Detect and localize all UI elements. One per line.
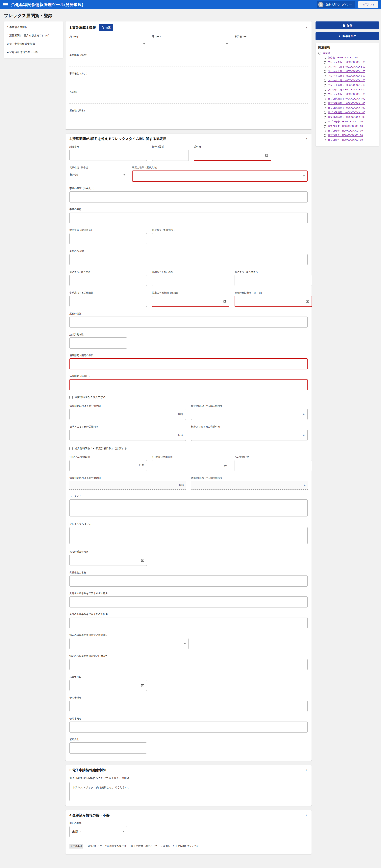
field-label: 清算期間における総労働時間: [69, 404, 186, 408]
office-code-select[interactable]: [152, 39, 230, 48]
field-label: 郵便番号（配達番号）: [69, 228, 147, 232]
avatar: 監: [318, 2, 323, 7]
tree-item-link[interactable]: フレックス届：H00XXXXXXX：00: [328, 61, 365, 64]
sidebar-item-registered-info[interactable]: 4.登録済み情報の要・不要: [4, 48, 63, 56]
save-button[interactable]: 保存: [315, 22, 379, 29]
direct-input-checkbox[interactable]: [69, 396, 73, 399]
tree-item-link[interactable]: 高プロ報告：H00XXXXXXX：00: [328, 120, 363, 123]
tree-item-link[interactable]: 高プロ決議届：H00XXXXXXX：00: [328, 111, 365, 114]
field-label: 電話番号 / 市外局番: [69, 270, 147, 274]
tree-item-link[interactable]: 高プロ決議届：H00XXXXXXX：00: [328, 102, 365, 105]
applicable-workers-input[interactable]: [72, 341, 125, 345]
selection-method-select[interactable]: [69, 638, 188, 649]
total-work-hours-input[interactable]: [72, 413, 177, 416]
agreement-date-input[interactable]: [72, 559, 141, 562]
sidebar-item-basic-info[interactable]: 1.事業場基本情報: [4, 23, 63, 31]
tree-item-link[interactable]: 高プロ決議届：H00XXXXXXX：00: [328, 106, 365, 110]
standard-day-minutes-input[interactable]: [194, 434, 301, 437]
settlement-period-unit-input[interactable]: [72, 362, 305, 366]
employer-name-input[interactable]: [72, 725, 305, 729]
flexible-time-textarea[interactable]: [69, 527, 308, 544]
tree-item-link[interactable]: 高プロ報告：H00XXXXXXX：00: [328, 138, 363, 142]
calendar-icon[interactable]: [141, 684, 144, 687]
tree-root-link[interactable]: 事業場: [323, 52, 330, 55]
business-type-select[interactable]: [132, 170, 308, 182]
standard-day-hours-input[interactable]: [72, 434, 177, 437]
arrival-number-input[interactable]: [72, 154, 144, 157]
tree-item-link[interactable]: 高プロ決議届：H00XXXXXXX：00: [328, 116, 365, 119]
save-icon: [342, 24, 345, 27]
tree-item-link[interactable]: フレックス届：H00XXXXXXX：00: [328, 65, 365, 68]
notification-date-input[interactable]: [72, 684, 141, 687]
menu-icon[interactable]: [3, 3, 8, 6]
field-label: 清算期間における総労働時間: [191, 476, 308, 480]
work-type-input[interactable]: [72, 320, 305, 324]
selection-method-free-input[interactable]: [72, 663, 305, 666]
prescribed-days-input[interactable]: [237, 464, 309, 467]
chevron-down-icon: [143, 43, 145, 44]
collapse-minus-icon[interactable]: [318, 52, 321, 55]
tree-item-link[interactable]: 高プロ報告：H00XXXXXXX：00: [328, 129, 363, 132]
union-name-input[interactable]: [72, 580, 305, 583]
collapse-icon[interactable]: ∧: [306, 814, 308, 816]
valid-end-date-input[interactable]: [237, 300, 306, 303]
calc-formula-checkbox[interactable]: [69, 447, 73, 450]
circle-icon: [323, 75, 326, 78]
tree-item-link[interactable]: フレックス届：H00XXXXXXX：00: [328, 84, 365, 87]
collapse-icon[interactable]: ∧: [306, 769, 308, 771]
bureau-code-select[interactable]: [69, 39, 147, 48]
prescribed-day-minutes-input[interactable]: [154, 464, 223, 467]
business-name-input[interactable]: [72, 216, 305, 219]
tree-item-link[interactable]: フレックス届：H00XXXXXXX：00: [328, 74, 365, 78]
search-button[interactable]: 検索: [99, 24, 113, 31]
phone-area-input[interactable]: [72, 279, 144, 282]
phone-local-input[interactable]: [154, 279, 227, 282]
settlement-period-start-input[interactable]: [72, 383, 305, 386]
valid-start-date-input[interactable]: [155, 300, 223, 303]
representative-name-input[interactable]: [72, 621, 305, 624]
calendar-icon[interactable]: [223, 300, 227, 303]
business-type-free-input[interactable]: [72, 195, 305, 198]
tree-item-link[interactable]: 高プロ決議届：H00XXXXXXX：00: [328, 97, 365, 100]
tree-item-link[interactable]: フレックス届：H00XXXXXXX：00: [328, 79, 365, 82]
field-label: 協定の当事者の選出方法／選択項目: [69, 633, 188, 637]
circle-icon: [323, 79, 326, 82]
tree-item-link[interactable]: 高プロ報告：H00XXXXXXX：00: [328, 134, 363, 137]
calendar-icon[interactable]: [265, 154, 269, 157]
workplace-name-kanji-field: [69, 58, 308, 67]
prescribed-day-hours-input[interactable]: [72, 464, 138, 467]
tree-item-link[interactable]: 高プロ報告：H00XXXXXXX：00: [328, 125, 363, 128]
collapse-icon[interactable]: ∧: [306, 26, 308, 29]
calendar-icon[interactable]: [306, 300, 309, 303]
employer-title-input[interactable]: [72, 705, 305, 708]
sidebar-item-flex-agreement[interactable]: 2.清算期間が1箇月を超えるフレック…: [4, 31, 63, 40]
core-time-textarea[interactable]: [69, 499, 308, 517]
user-chip[interactable]: 監 監督 太郎でログイン中: [317, 1, 355, 8]
phone-subscriber-input[interactable]: [237, 279, 309, 282]
chevron-down-icon: [124, 174, 126, 176]
reception-date-input[interactable]: [197, 154, 265, 157]
unit-suffix: 分: [301, 412, 305, 416]
sidebar-item-eapp-control[interactable]: 3.電子申請情報編集制御: [4, 40, 63, 48]
field-label: 協定の有効期間（開始日）: [152, 291, 230, 294]
representative-title-input[interactable]: [72, 600, 305, 603]
export-report-button[interactable]: 帳票を出力: [315, 32, 379, 40]
office-addressee-input[interactable]: [72, 746, 144, 750]
regular-workers-input[interactable]: [72, 300, 144, 303]
abolition-select[interactable]: 未廃止: [69, 826, 127, 837]
postal-code1-input[interactable]: [72, 237, 144, 240]
tree-item-link[interactable]: 復命書：H00XXXXXXX：00: [328, 56, 358, 59]
total-work-minutes-input[interactable]: [194, 413, 301, 416]
logout-button[interactable]: ログアウト: [358, 1, 378, 8]
tree-item-link[interactable]: フレックス届：H00XXXXXXX：00: [328, 93, 365, 96]
calendar-icon[interactable]: [141, 559, 144, 562]
field-label: コアタイム: [69, 495, 308, 498]
tree-item-link[interactable]: フレックス届：H00XXXXXXX：00: [328, 88, 365, 91]
download-icon: [338, 35, 341, 38]
postal-code2-input[interactable]: [154, 237, 227, 240]
business-address-input[interactable]: [72, 258, 305, 261]
application-type-select[interactable]: 紙申請: [69, 170, 127, 179]
tree-item-link[interactable]: フレックス届：H00XXXXXXX：00: [328, 70, 365, 73]
collapse-icon[interactable]: ∧: [306, 137, 308, 140]
sorting-number-input[interactable]: [154, 154, 186, 157]
